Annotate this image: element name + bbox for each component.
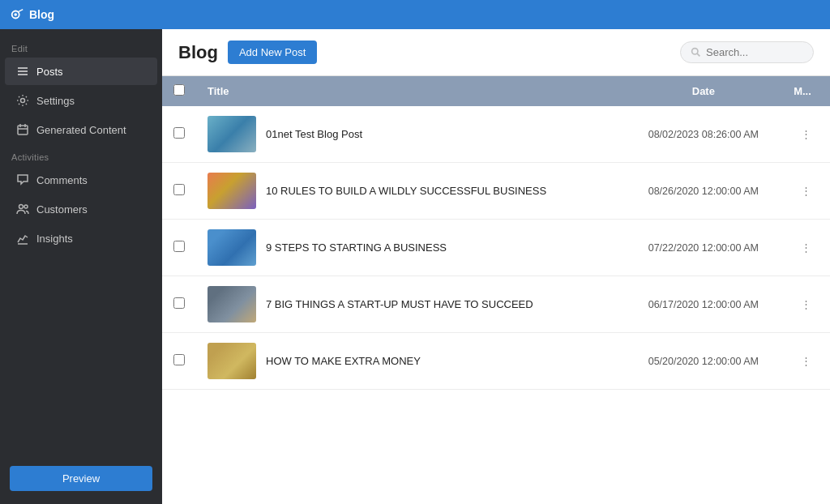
post-title-cell: 01net Test Blog Post — [208, 116, 614, 152]
search-input[interactable] — [706, 46, 803, 58]
row-checkbox-cell — [162, 106, 196, 163]
row-title-cell: 7 BIG THINGS A START-UP MUST HAVE TO SUC… — [196, 276, 625, 333]
row-date-cell: 08/02/2023 08:26:00 AM — [625, 106, 783, 163]
svg-line-2 — [19, 10, 23, 12]
sidebar-item-comments-label: Comments — [36, 174, 88, 186]
row-more-cell[interactable]: ⋮ — [782, 163, 830, 220]
row-checkbox-cell — [162, 276, 196, 333]
svg-point-14 — [692, 49, 698, 54]
table-row: 01net Test Blog Post 08/02/2023 08:26:00… — [162, 106, 830, 163]
svg-point-6 — [21, 99, 25, 103]
row-more-cell[interactable]: ⋮ — [782, 333, 830, 390]
sidebar-item-insights-label: Insights — [36, 233, 73, 245]
sidebar-item-insights[interactable]: Insights — [5, 224, 157, 252]
sidebar-item-generated-content[interactable]: Generated Content — [5, 116, 157, 143]
col-header-title: Title — [196, 76, 625, 106]
page-title: Blog — [178, 42, 218, 63]
table-row: 10 RULES TO BUILD A WILDLY SUCCESSFUL BU… — [162, 163, 830, 220]
row-title-cell: 9 STEPS TO STARTING A BUSINESS — [196, 220, 625, 276]
sidebar-item-comments[interactable]: Comments — [5, 166, 157, 194]
row-checkbox-cell — [162, 333, 196, 390]
sidebar-section-edit: Edit — [0, 36, 162, 57]
calendar-icon — [16, 123, 29, 136]
table-row: 9 STEPS TO STARTING A BUSINESS 07/22/202… — [162, 220, 830, 276]
svg-point-12 — [24, 205, 28, 208]
row-checkbox-cell — [162, 163, 196, 220]
search-box — [680, 41, 814, 63]
gear-icon — [16, 94, 29, 107]
top-bar: Blog — [0, 0, 830, 29]
table-row: HOW TO MAKE EXTRA MONEY 05/20/2020 12:00… — [162, 333, 830, 390]
row-checkbox[interactable] — [173, 241, 185, 252]
post-thumbnail — [208, 229, 256, 266]
post-thumbnail — [208, 286, 256, 322]
row-checkbox[interactable] — [173, 354, 185, 365]
table-row: 7 BIG THINGS A START-UP MUST HAVE TO SUC… — [162, 276, 830, 333]
row-date-cell: 07/22/2020 12:00:00 AM — [625, 220, 783, 276]
posts-table: Title Date M... 01net Test Blog Post 08/… — [162, 76, 830, 390]
sidebar-item-posts-label: Posts — [36, 66, 63, 78]
add-new-post-button[interactable]: Add New Post — [228, 41, 317, 64]
sidebar-item-settings[interactable]: Settings — [5, 87, 157, 114]
post-title-cell: HOW TO MAKE EXTRA MONEY — [208, 343, 614, 379]
customers-icon — [16, 203, 29, 216]
comments-icon — [16, 173, 29, 186]
col-header-more: M... — [782, 76, 830, 106]
svg-point-11 — [19, 205, 24, 209]
row-title-cell: 10 RULES TO BUILD A WILDLY SUCCESSFUL BU… — [196, 163, 625, 220]
search-icon — [691, 47, 701, 58]
post-thumbnail — [208, 173, 256, 209]
post-title-cell: 9 STEPS TO STARTING A BUSINESS — [208, 229, 614, 266]
preview-button[interactable]: Preview — [10, 466, 152, 491]
sidebar-section-activities: Activities — [0, 144, 162, 165]
insights-icon — [16, 232, 29, 245]
app-logo: Blog — [10, 7, 54, 22]
row-checkbox[interactable] — [173, 184, 185, 195]
post-thumbnail — [208, 116, 256, 152]
row-more-cell[interactable]: ⋮ — [782, 220, 830, 276]
row-checkbox-cell — [162, 220, 196, 276]
col-header-check — [162, 76, 196, 106]
post-title-cell: 10 RULES TO BUILD A WILDLY SUCCESSFUL BU… — [208, 173, 614, 209]
sidebar-item-posts[interactable]: Posts — [5, 58, 157, 85]
post-title-cell: 7 BIG THINGS A START-UP MUST HAVE TO SUC… — [208, 286, 614, 322]
list-icon — [16, 65, 29, 78]
sidebar: Edit Posts Settings Generated Content A — [0, 29, 162, 504]
main-layout: Edit Posts Settings Generated Content A — [0, 29, 830, 504]
row-more-cell[interactable]: ⋮ — [782, 276, 830, 333]
svg-rect-7 — [18, 126, 28, 135]
sidebar-item-settings-label: Settings — [36, 95, 75, 107]
header-left: Blog Add New Post — [178, 41, 317, 64]
content-area: Blog Add New Post Title — [162, 29, 830, 504]
row-checkbox[interactable] — [173, 297, 185, 309]
row-more-cell[interactable]: ⋮ — [782, 106, 830, 163]
row-date-cell: 08/26/2020 12:00:00 AM — [625, 163, 783, 220]
blog-icon — [10, 7, 24, 22]
row-checkbox[interactable] — [173, 127, 185, 139]
row-date-cell: 06/17/2020 12:00:00 AM — [625, 276, 783, 333]
content-header: Blog Add New Post — [162, 29, 830, 76]
sidebar-item-customers-label: Customers — [36, 203, 88, 216]
sidebar-item-generated-content-label: Generated Content — [36, 124, 126, 136]
svg-line-15 — [697, 53, 700, 56]
sidebar-item-customers[interactable]: Customers — [5, 195, 157, 223]
select-all-checkbox[interactable] — [173, 84, 185, 96]
post-title: 7 BIG THINGS A START-UP MUST HAVE TO SUC… — [266, 298, 533, 310]
svg-point-1 — [14, 13, 17, 16]
table-header-row: Title Date M... — [162, 76, 830, 106]
post-thumbnail — [208, 343, 256, 379]
post-title: HOW TO MAKE EXTRA MONEY — [266, 355, 421, 367]
post-title: 01net Test Blog Post — [266, 128, 362, 140]
post-title: 10 RULES TO BUILD A WILDLY SUCCESSFUL BU… — [266, 185, 546, 197]
post-title: 9 STEPS TO STARTING A BUSINESS — [266, 241, 447, 254]
row-title-cell: HOW TO MAKE EXTRA MONEY — [196, 333, 625, 390]
posts-table-wrapper: Title Date M... 01net Test Blog Post 08/… — [162, 76, 830, 504]
col-header-date: Date — [625, 76, 783, 106]
row-title-cell: 01net Test Blog Post — [196, 106, 625, 163]
row-date-cell: 05/20/2020 12:00:00 AM — [625, 333, 783, 390]
